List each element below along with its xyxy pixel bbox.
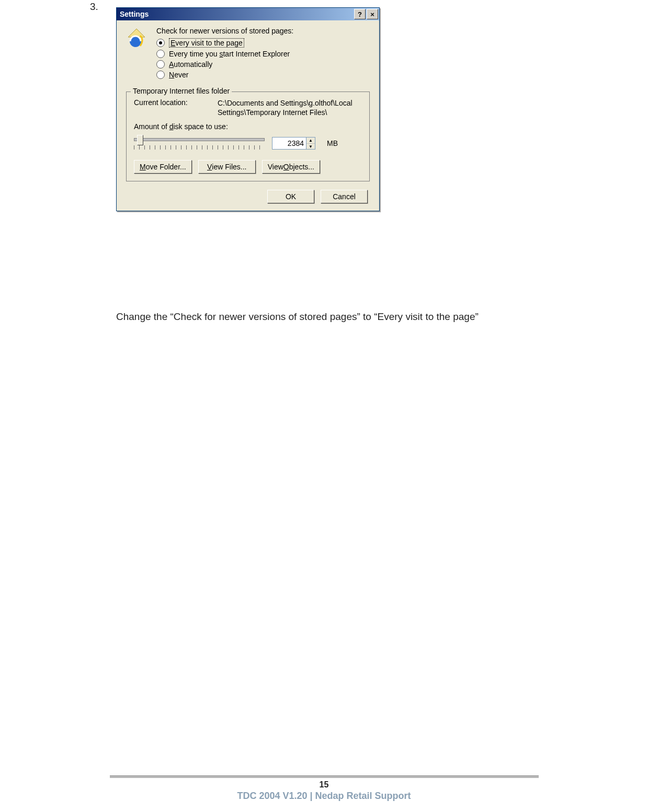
radio-label: Every time you start Internet Explorer (169, 50, 290, 58)
radio-heading: Check for newer versions of stored pages… (156, 27, 370, 35)
disk-space-input[interactable] (272, 138, 306, 149)
ie-icon-holder (126, 27, 148, 81)
disk-space-slider[interactable] (134, 135, 265, 152)
page-number: 15 (0, 780, 648, 790)
dialog-titlebar: Settings ? × (117, 8, 379, 20)
slider-thumb[interactable] (137, 135, 143, 145)
spin-down-icon[interactable]: ▼ (306, 144, 315, 150)
footer-rule (110, 775, 539, 778)
ok-button[interactable]: OK (267, 190, 314, 203)
view-files-button[interactable]: View Files... (198, 160, 256, 174)
internet-explorer-icon (126, 28, 147, 49)
dialog-body: Check for newer versions of stored pages… (117, 20, 379, 211)
help-icon: ? (358, 10, 362, 18)
step-number: 3. (90, 1, 98, 13)
slider-ticks (134, 145, 265, 150)
radio-every-start[interactable]: Every time you start Internet Explorer (156, 50, 370, 58)
radio-label: Every visit to the page (169, 38, 244, 48)
amount-label: Amount of disk space to use: (134, 122, 362, 131)
titlebar-buttons: ? × (354, 9, 378, 19)
mb-label: MB (327, 139, 338, 147)
radio-dot-icon (156, 60, 165, 68)
folder-buttons-row: Move Folder... View Files... View Object… (134, 160, 362, 174)
radio-label: Never (169, 71, 188, 79)
disk-space-row: ▲ ▼ MB (134, 135, 362, 152)
radio-automatically[interactable]: Automatically (156, 60, 370, 68)
move-folder-button[interactable]: Move Folder... (134, 160, 192, 174)
radio-group: Check for newer versions of stored pages… (156, 27, 370, 81)
view-objects-button[interactable]: View Objects... (262, 160, 320, 174)
page-footer: 15 TDC 2004 V1.20 | Nedap Retail Support (0, 775, 648, 802)
radio-dot-icon (156, 50, 165, 58)
help-button[interactable]: ? (354, 9, 366, 19)
groupbox-legend: Temporary Internet files folder (131, 87, 232, 95)
radio-dot-icon (156, 71, 165, 79)
spin-buttons: ▲ ▼ (306, 138, 315, 149)
current-location-label: Current location: (134, 98, 207, 117)
document-page: 3. Settings ? × (0, 0, 648, 812)
dialog-action-row: OK Cancel (126, 190, 370, 203)
spin-up-icon[interactable]: ▲ (306, 138, 315, 144)
current-location-value: C:\Documents and Settings\g.olthof\Local… (218, 98, 362, 117)
temporary-files-groupbox: Temporary Internet files folder Current … (126, 92, 370, 181)
radio-dot-icon (156, 39, 165, 47)
radio-label: Automatically (169, 60, 212, 68)
radio-every-visit[interactable]: Every visit to the page (156, 38, 370, 48)
current-location-row: Current location: C:\Documents and Setti… (134, 98, 362, 117)
footer-text: TDC 2004 V1.20 | Nedap Retail Support (0, 791, 648, 802)
dialog-title: Settings (120, 10, 149, 18)
settings-dialog: Settings ? × (116, 7, 380, 211)
dialog-top-row: Check for newer versions of stored pages… (126, 27, 370, 81)
close-button[interactable]: × (367, 9, 378, 19)
slider-track (134, 138, 265, 141)
cancel-button[interactable]: Cancel (321, 190, 368, 203)
instruction-caption: Change the “Check for newer versions of … (116, 310, 514, 324)
radio-never[interactable]: Never (156, 71, 370, 79)
close-icon: × (370, 10, 374, 18)
disk-space-spinner[interactable]: ▲ ▼ (272, 137, 315, 150)
